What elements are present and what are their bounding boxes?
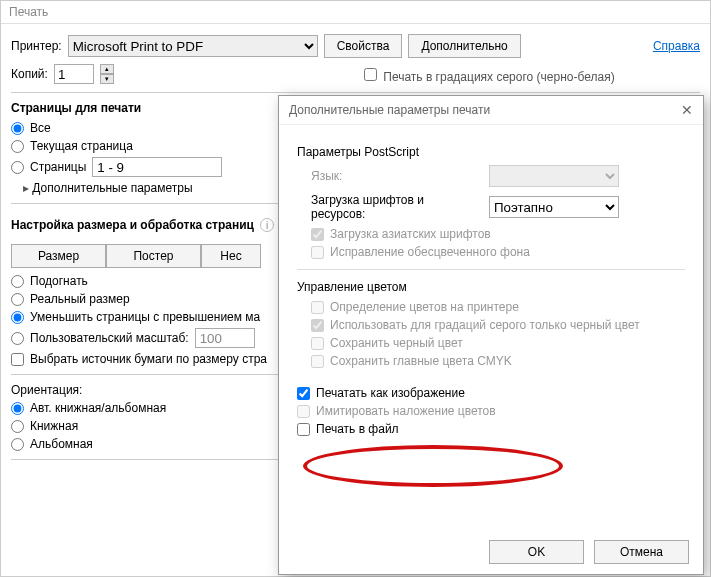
- language-select: [489, 165, 619, 187]
- help-link[interactable]: Справка: [653, 39, 700, 53]
- paper-source-label: Выбрать источник бумаги по размеру стра: [30, 352, 267, 366]
- simulate-overprint-checkbox: [297, 405, 310, 418]
- close-icon[interactable]: ✕: [681, 102, 693, 118]
- custom-scale-radio[interactable]: [11, 332, 24, 345]
- shrink-label: Уменьшить страницы с превышением ма: [30, 310, 260, 324]
- orientation-portrait-label: Книжная: [30, 419, 78, 433]
- orientation-portrait-radio[interactable]: [11, 420, 24, 433]
- shrink-radio[interactable]: [11, 311, 24, 324]
- asian-fonts-checkbox: [311, 228, 324, 241]
- grayscale-black-checkbox: [311, 319, 324, 332]
- preserve-black-label: Сохранить черный цвет: [330, 336, 463, 350]
- fit-label: Подогнать: [30, 274, 88, 288]
- print-as-image-checkbox[interactable]: [297, 387, 310, 400]
- several-button[interactable]: Нес: [201, 244, 261, 268]
- window-title: Печать: [1, 1, 710, 24]
- fonts-select[interactable]: Поэтапно: [489, 196, 619, 218]
- orientation-landscape-label: Альбомная: [30, 437, 93, 451]
- actual-size-label: Реальный размер: [30, 292, 130, 306]
- actual-size-radio[interactable]: [11, 293, 24, 306]
- copies-spinner[interactable]: ▴▾: [100, 64, 114, 84]
- pages-range-radio[interactable]: [11, 161, 24, 174]
- properties-button[interactable]: Свойства: [324, 34, 403, 58]
- preserve-cmyk-checkbox: [311, 355, 324, 368]
- pages-range-label: Страницы: [30, 160, 86, 174]
- language-label: Язык:: [311, 169, 481, 183]
- advanced-print-dialog: Дополнительные параметры печати ✕ Параме…: [278, 95, 704, 575]
- printer-select[interactable]: Microsoft Print to PDF: [68, 35, 318, 57]
- orientation-landscape-radio[interactable]: [11, 438, 24, 451]
- custom-scale-label: Пользовательский масштаб:: [30, 331, 189, 345]
- fix-bleached-checkbox: [311, 246, 324, 259]
- size-button[interactable]: Размер: [11, 244, 106, 268]
- grayscale-label: Печать в градациях серого (черно-белая): [383, 70, 614, 84]
- advanced-button[interactable]: Дополнительно: [408, 34, 520, 58]
- ok-button[interactable]: OK: [489, 540, 584, 564]
- cancel-button[interactable]: Отмена: [594, 540, 689, 564]
- grayscale-checkbox[interactable]: [364, 68, 377, 81]
- sizing-header: Настройка размера и обработка страниц: [11, 218, 254, 232]
- pages-all-radio[interactable]: [11, 122, 24, 135]
- postscript-header: Параметры PostScript: [297, 145, 685, 159]
- simulate-overprint-label: Имитировать наложение цветов: [316, 404, 496, 418]
- custom-scale-input[interactable]: [195, 328, 255, 348]
- modal-title: Дополнительные параметры печати: [289, 103, 490, 117]
- print-as-image-label: Печатать как изображение: [316, 386, 465, 400]
- pages-current-label: Текущая страница: [30, 139, 133, 153]
- fix-bleached-label: Исправление обесцвеченного фона: [330, 245, 530, 259]
- printer-label: Принтер:: [11, 39, 62, 53]
- copies-label: Копий:: [11, 67, 48, 81]
- paper-source-checkbox[interactable]: [11, 353, 24, 366]
- preserve-cmyk-label: Сохранить главные цвета CMYK: [330, 354, 512, 368]
- poster-button[interactable]: Постер: [106, 244, 201, 268]
- info-icon: i: [260, 218, 274, 232]
- grayscale-black-label: Использовать для градаций серого только …: [330, 318, 640, 332]
- orientation-auto-radio[interactable]: [11, 402, 24, 415]
- preserve-black-checkbox: [311, 337, 324, 350]
- pages-all-label: Все: [30, 121, 51, 135]
- pages-range-input[interactable]: [92, 157, 222, 177]
- fit-radio[interactable]: [11, 275, 24, 288]
- orientation-auto-label: Авт. книжная/альбомная: [30, 401, 166, 415]
- pages-current-radio[interactable]: [11, 140, 24, 153]
- asian-fonts-label: Загрузка азиатских шрифтов: [330, 227, 491, 241]
- print-to-file-label: Печать в файл: [316, 422, 399, 436]
- color-on-printer-checkbox: [311, 301, 324, 314]
- print-to-file-checkbox[interactable]: [297, 423, 310, 436]
- color-header: Управление цветом: [297, 280, 685, 294]
- fonts-label: Загрузка шрифтов и ресурсов:: [311, 193, 481, 221]
- color-on-printer-label: Определение цветов на принтере: [330, 300, 519, 314]
- copies-input[interactable]: [54, 64, 94, 84]
